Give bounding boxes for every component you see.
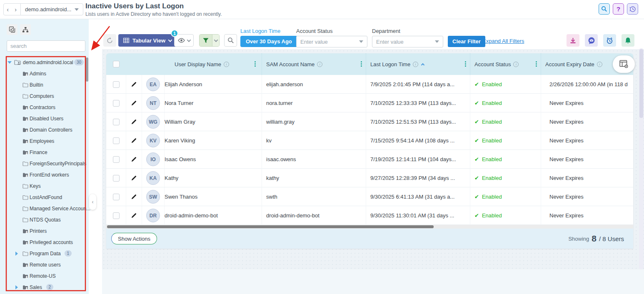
column-menu-icon[interactable]: [361, 61, 362, 62]
chevron-down-icon: [435, 40, 439, 43]
scrollbar-thumb[interactable]: [639, 49, 643, 118]
filter-select-department[interactable]: Enter value: [372, 36, 443, 47]
sort-ascending-icon[interactable]: [421, 63, 424, 66]
tree-item-ou[interactable]: Privileged accounts: [0, 237, 87, 248]
back-button[interactable]: ‹: [4, 6, 12, 13]
filter-select-account-status[interactable]: Enter value: [296, 36, 367, 47]
sidebar-collapse-handle[interactable]: ‹: [89, 194, 96, 210]
tree-item-ou[interactable]: Remote-US: [0, 270, 87, 282]
expand-all-filters-link[interactable]: Expand All Filters: [482, 38, 524, 44]
schedule-button[interactable]: [603, 34, 616, 47]
info-icon[interactable]: i: [597, 62, 602, 67]
info-icon[interactable]: i: [513, 62, 519, 67]
row-checkbox[interactable]: [113, 100, 120, 107]
tabular-view-button[interactable]: Tabular View: [118, 34, 177, 47]
forward-button[interactable]: ›: [12, 6, 20, 13]
info-icon[interactable]: i: [413, 62, 418, 67]
edit-icon[interactable]: [131, 100, 137, 106]
tree-item-ou[interactable]: Finance: [0, 147, 87, 158]
funnel-icon[interactable]: [200, 35, 212, 46]
row-checkbox[interactable]: [113, 212, 120, 219]
tree-root-domain[interactable]: demo.admindroid.local 30: [0, 57, 87, 68]
filter-value-last-logon[interactable]: Over 30 Days Ago: [240, 36, 297, 47]
info-icon[interactable]: i: [317, 62, 322, 67]
hierarchy-view-button[interactable]: [20, 24, 31, 35]
history-button[interactable]: [627, 3, 638, 15]
cell-sam-account-name: droid-admin-demo-bot: [266, 212, 320, 219]
chat-envelope-icon: [588, 37, 595, 44]
cell-account-status: Enabled: [482, 212, 502, 219]
org-chart-icon: [22, 27, 29, 33]
table-search-button[interactable]: [224, 34, 237, 47]
edit-icon[interactable]: [131, 81, 137, 87]
column-menu-icon[interactable]: [536, 61, 537, 62]
table-header-row: User Display Name i SAM Account Name i L…: [106, 53, 633, 75]
filter-dropdown-toggle[interactable]: [212, 35, 219, 46]
row-checkbox[interactable]: [113, 175, 120, 182]
column-header-account-status[interactable]: Account Status i: [470, 53, 541, 75]
tree-item-ou[interactable]: Builtin: [0, 79, 87, 90]
tree-item-ou[interactable]: FrontEnd workers: [0, 169, 87, 180]
tree-item-ou[interactable]: Admins: [0, 68, 87, 79]
refresh-button[interactable]: [103, 34, 116, 47]
global-search-button[interactable]: [599, 3, 610, 15]
tree-item-ou[interactable]: Program Data 1: [0, 248, 87, 259]
tree-item-ou[interactable]: Keys: [0, 180, 87, 192]
column-menu-icon[interactable]: [465, 61, 466, 62]
expand-caret-icon[interactable]: [7, 61, 12, 64]
tree-item-ou[interactable]: Printers: [0, 225, 87, 237]
clear-filter-button[interactable]: Clear Filter: [448, 36, 485, 47]
page-title: Inactive Users by Last Logon: [85, 2, 184, 10]
edit-icon[interactable]: [131, 119, 137, 125]
edit-icon[interactable]: [131, 175, 137, 181]
tree-item-ou[interactable]: Remote users: [0, 259, 87, 270]
column-header-user-display-name[interactable]: User Display Name i: [142, 53, 262, 75]
help-button[interactable]: ?: [613, 3, 624, 15]
sidebar-scrollbar[interactable]: [86, 57, 88, 82]
horizontal-scrollbar[interactable]: [106, 225, 633, 229]
expand-caret-icon[interactable]: [15, 285, 18, 289]
feedback-button[interactable]: [585, 34, 598, 47]
tree-item-ou[interactable]: Disabled Users: [0, 113, 87, 124]
domain-selector[interactable]: demo.admindroid...: [22, 6, 83, 12]
edit-icon[interactable]: [131, 137, 137, 144]
edit-icon[interactable]: [131, 212, 137, 219]
select-all-checkbox[interactable]: [113, 61, 120, 67]
table-row: EA Elijah Anderson elijah.anderson 7/9/2…: [106, 75, 633, 94]
main-content: Tabular View 1 Last Logon Time Over 30 D…: [102, 19, 644, 294]
row-checkbox[interactable]: [113, 194, 120, 200]
column-header-sam-account-name[interactable]: SAM Account Name i: [262, 53, 366, 75]
table-row: WG William Gray william.gray 7/10/2025 1…: [106, 112, 633, 131]
tree-item-ou[interactable]: LostAndFound: [0, 192, 87, 203]
vertical-scrollbar[interactable]: [639, 48, 644, 269]
column-settings-button[interactable]: [613, 55, 635, 73]
tree-item-ou[interactable]: Domain Controllers: [0, 124, 87, 135]
row-checkbox[interactable]: [113, 81, 120, 88]
scrollbar-thumb[interactable]: [107, 225, 434, 228]
tree-item-ou[interactable]: Managed Service Accoun...: [0, 203, 87, 214]
tree-item-ou[interactable]: Employees: [0, 135, 87, 147]
column-header-last-logon-time[interactable]: Last Logon Time i: [366, 53, 470, 75]
alert-button[interactable]: [622, 34, 634, 47]
tree-item-ou[interactable]: ForeignSecurityPrincipals: [0, 158, 87, 169]
edit-icon[interactable]: [131, 194, 137, 200]
row-checkbox[interactable]: [113, 119, 120, 125]
filter-button[interactable]: [199, 34, 220, 47]
export-button[interactable]: [567, 34, 579, 47]
show-actions-button[interactable]: Show Actions: [111, 233, 157, 244]
expand-caret-icon[interactable]: [15, 252, 18, 256]
cell-last-logon-time: 9/30/2025 11:30:01 AM (31 days ...: [370, 212, 454, 219]
table-row: DR droid-admin-demo-bot droid-admin-demo…: [106, 206, 633, 225]
multi-select-button[interactable]: [7, 24, 17, 35]
info-icon[interactable]: i: [224, 62, 229, 67]
column-menu-icon[interactable]: [255, 61, 256, 62]
tree-item-ou[interactable]: Sales 2: [0, 282, 87, 293]
tree-item-ou[interactable]: Computers: [0, 90, 87, 102]
row-checkbox[interactable]: [113, 156, 120, 163]
tree-item-ou[interactable]: NTDS Quotas: [0, 214, 87, 225]
tree-item-label: Builtin: [30, 82, 43, 88]
tree-search-input[interactable]: [7, 43, 87, 49]
row-checkbox[interactable]: [113, 137, 120, 144]
edit-icon[interactable]: [131, 156, 137, 162]
tree-item-ou[interactable]: Contractors: [0, 102, 87, 113]
